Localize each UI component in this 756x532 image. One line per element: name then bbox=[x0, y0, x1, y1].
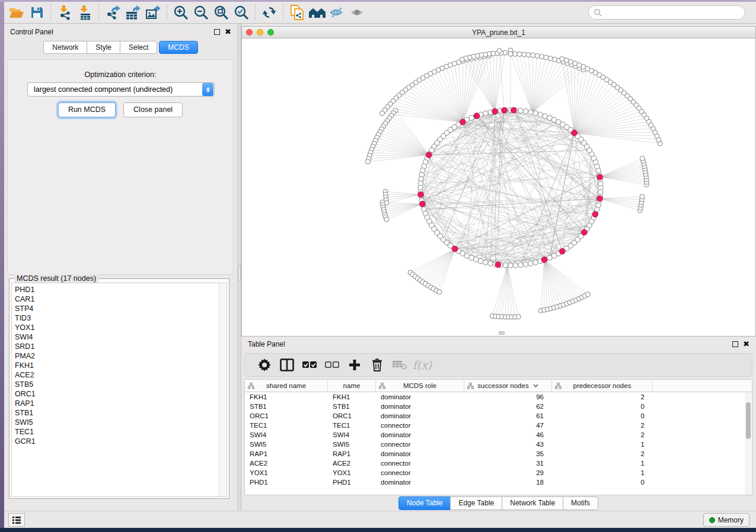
column-header-successor-nodes[interactable]: successor nodes bbox=[464, 380, 552, 392]
columns-icon[interactable] bbox=[276, 355, 298, 374]
result-item[interactable]: SWI4 bbox=[15, 332, 227, 342]
float-table-panel-icon[interactable] bbox=[732, 341, 738, 347]
cell: 61 bbox=[464, 411, 552, 421]
result-item[interactable]: SWI5 bbox=[15, 418, 227, 427]
cell: 0 bbox=[552, 402, 653, 411]
zoom-fit-icon[interactable] bbox=[211, 4, 231, 21]
result-item[interactable]: TEC1 bbox=[15, 427, 227, 437]
table-row[interactable]: RAP1RAP1dominator352 bbox=[245, 449, 752, 459]
dropdown-stepper-icon bbox=[202, 83, 213, 96]
save-session-icon[interactable] bbox=[27, 4, 47, 21]
tab-edge-table[interactable]: Edge Table bbox=[450, 496, 502, 510]
check-all-icon[interactable] bbox=[298, 355, 321, 374]
delete-table-icon bbox=[388, 355, 411, 374]
result-list-scrollbar[interactable] bbox=[219, 283, 227, 496]
export-table-icon[interactable] bbox=[123, 4, 143, 21]
result-item[interactable]: ACE2 bbox=[15, 370, 227, 380]
network-window-title: YPA_prune.txt_1 bbox=[242, 28, 755, 37]
import-network-icon[interactable] bbox=[55, 4, 75, 21]
toolbar-separator bbox=[167, 5, 167, 20]
result-item[interactable]: PHD1 bbox=[15, 285, 227, 294]
close-panel-icon[interactable]: ✖ bbox=[225, 29, 231, 35]
cell: 1 bbox=[552, 440, 653, 449]
table-row[interactable]: SWI5SWI5connector431 bbox=[245, 440, 752, 449]
hide-selected-icon[interactable] bbox=[327, 4, 347, 21]
tab-network[interactable]: Network bbox=[43, 41, 87, 54]
network-window-titlebar[interactable]: YPA_prune.txt_1 bbox=[242, 27, 755, 39]
result-item[interactable]: CAR1 bbox=[15, 294, 227, 304]
result-item[interactable]: TID3 bbox=[15, 313, 227, 323]
cell: 62 bbox=[464, 402, 552, 411]
result-item[interactable]: RAP1 bbox=[15, 399, 227, 408]
result-item[interactable]: ORC1 bbox=[15, 389, 227, 399]
search-input[interactable] bbox=[602, 7, 733, 18]
import-table-icon[interactable] bbox=[75, 4, 95, 21]
show-all-icon[interactable] bbox=[347, 4, 368, 21]
memory-button[interactable]: Memory bbox=[703, 513, 749, 527]
table-row[interactable]: FKH1FKH1dominator962 bbox=[245, 392, 752, 402]
table-row[interactable]: YOX1YOX1connector291 bbox=[245, 468, 752, 477]
float-panel-icon[interactable] bbox=[214, 29, 220, 35]
zoom-in-icon[interactable] bbox=[171, 4, 191, 21]
result-item[interactable]: YOX1 bbox=[15, 323, 227, 332]
first-neighbors-icon[interactable] bbox=[307, 4, 327, 21]
control-panel-title: Control Panel bbox=[10, 28, 53, 36]
network-graph bbox=[242, 39, 755, 335]
table-row[interactable]: ORC1ORC1dominator610 bbox=[245, 411, 752, 421]
table-scrollbar[interactable] bbox=[745, 393, 751, 495]
result-item[interactable]: GCR1 bbox=[15, 437, 227, 446]
mcds-result-list[interactable]: PHD1CAR1STP4TID3YOX1SWI4SRD1PMA2FKH1ACE2… bbox=[11, 283, 227, 497]
open-file-icon[interactable] bbox=[7, 4, 27, 21]
export-network-icon[interactable] bbox=[103, 4, 123, 21]
column-header-name[interactable]: name bbox=[328, 380, 376, 392]
refresh-icon[interactable] bbox=[259, 4, 279, 21]
memory-status-icon bbox=[709, 517, 715, 523]
horizontal-splitter-handle[interactable] bbox=[499, 331, 505, 335]
desktop-left-edge bbox=[0, 2, 4, 528]
tab-select[interactable]: Select bbox=[120, 41, 157, 54]
table-row[interactable]: PHD1PHD1dominator180 bbox=[245, 477, 752, 487]
zoom-out-icon[interactable] bbox=[191, 4, 211, 21]
result-item[interactable]: STB1 bbox=[15, 408, 227, 418]
add-column-icon[interactable] bbox=[343, 355, 366, 374]
uncheck-all-icon[interactable] bbox=[321, 355, 343, 374]
cell: 96 bbox=[464, 392, 552, 402]
cell: 18 bbox=[464, 477, 552, 487]
table-row[interactable]: ACE2ACE2connector311 bbox=[245, 459, 752, 468]
export-image-icon[interactable] bbox=[143, 4, 163, 21]
search-box[interactable] bbox=[588, 5, 745, 20]
column-header-predecessor-nodes[interactable]: predecessor nodes bbox=[552, 380, 653, 392]
result-item[interactable]: STP4 bbox=[15, 304, 227, 313]
run-mcds-button[interactable]: Run MCDS bbox=[58, 102, 116, 117]
tab-mcds[interactable]: MCDS bbox=[159, 41, 197, 54]
table-row[interactable]: SWI4SWI4dominator462 bbox=[245, 430, 752, 440]
zoom-selected-icon[interactable] bbox=[231, 4, 251, 21]
close-table-panel-icon[interactable]: ✖ bbox=[743, 341, 749, 347]
column-header-MCDS-role[interactable]: MCDS role bbox=[376, 380, 464, 392]
table-row[interactable]: STB1STB1dominator620 bbox=[245, 402, 752, 411]
tab-node-table[interactable]: Node Table bbox=[398, 496, 451, 510]
table-row[interactable]: TEC1TEC1connector472 bbox=[245, 421, 752, 430]
close-panel-button[interactable]: Close panel bbox=[123, 102, 183, 117]
result-item[interactable]: FKH1 bbox=[15, 361, 227, 370]
cell: connector bbox=[376, 421, 464, 430]
criterion-value: largest connected component (undirected) bbox=[28, 85, 202, 94]
panel-splitter[interactable] bbox=[237, 24, 241, 511]
cell: YOX1 bbox=[328, 468, 376, 477]
delete-column-icon[interactable] bbox=[366, 355, 388, 374]
network-canvas[interactable] bbox=[242, 39, 755, 335]
result-item[interactable]: SRD1 bbox=[15, 342, 227, 351]
tab-network-table[interactable]: Network Table bbox=[502, 496, 563, 510]
result-item[interactable]: PMA2 bbox=[15, 351, 227, 361]
criterion-dropdown[interactable]: largest connected component (undirected) bbox=[27, 82, 215, 97]
show-panels-button[interactable] bbox=[8, 513, 25, 527]
node-table[interactable]: shared namenameMCDS rolesuccessor nodesp… bbox=[244, 379, 752, 495]
cell: PHD1 bbox=[328, 477, 376, 487]
tab-motifs[interactable]: Motifs bbox=[563, 496, 598, 510]
gear-icon[interactable] bbox=[253, 355, 276, 374]
result-item[interactable]: STB5 bbox=[15, 380, 227, 389]
table-panel: Table Panel ✖ f(x) shared namenameMCDS r… bbox=[241, 336, 756, 511]
tab-style[interactable]: Style bbox=[87, 41, 120, 54]
new-network-from-selection-icon[interactable] bbox=[287, 4, 307, 21]
column-header-shared-name[interactable]: shared name bbox=[245, 380, 328, 392]
